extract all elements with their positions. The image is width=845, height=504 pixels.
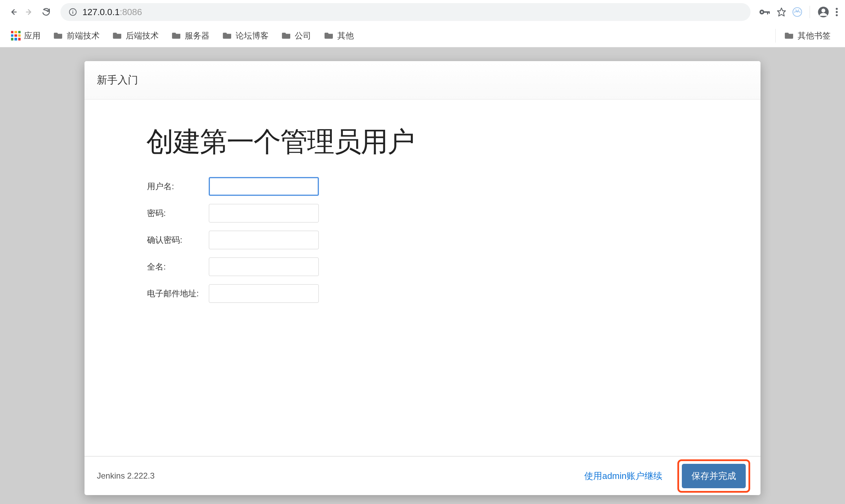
form-row-username: 用户名: (147, 177, 699, 196)
bookmark-label: 后端技术 (126, 30, 159, 41)
form-row-password: 密码: (147, 204, 699, 222)
key-icon[interactable] (759, 9, 770, 15)
bookmarks-bar: 应用 前端技术 后端技术 服务器 论坛博客 公司 其他 其他书签 (0, 24, 845, 47)
modal-footer: Jenkins 2.222.3 使用admin账户继续 保存并完成 (84, 456, 760, 495)
modal-body: 创建第一个管理员用户 用户名: 密码: 确认密码: 全名: (84, 100, 760, 456)
bookmark-label: 前端技术 (67, 30, 100, 41)
modal-header-title: 新手入门 (97, 73, 138, 87)
email-label: 电子邮件地址: (147, 288, 209, 299)
apps-shortcut[interactable]: 应用 (6, 28, 45, 43)
bookmark-folder-server[interactable]: 服务器 (167, 28, 214, 43)
other-bookmarks-label: 其他书签 (798, 30, 831, 41)
bookmark-star-icon[interactable] (777, 7, 786, 17)
fullname-input[interactable] (209, 257, 319, 276)
toolbar-right (759, 6, 838, 18)
page-title: 创建第一个管理员用户 (146, 124, 699, 161)
form-row-confirm-password: 确认密码: (147, 231, 699, 249)
bookmark-folder-company[interactable]: 公司 (277, 28, 316, 43)
folder-icon (324, 32, 334, 39)
bookmark-label: 服务器 (185, 30, 210, 41)
folder-icon (223, 32, 232, 39)
folder-icon (172, 32, 181, 39)
back-button[interactable] (7, 6, 19, 18)
modal-header: 新手入门 (84, 61, 760, 100)
bookmark-label: 其他 (337, 30, 354, 41)
svg-rect-7 (767, 11, 768, 14)
url-text: 127.0.0.1:8086 (82, 7, 142, 18)
password-input[interactable] (209, 204, 319, 222)
setup-wizard-modal: 新手入门 创建第一个管理员用户 用户名: 密码: 确认密码: 全名: (84, 61, 760, 495)
apps-grid-icon (11, 31, 21, 41)
username-label: 用户名: (147, 181, 209, 192)
apps-label: 应用 (24, 30, 41, 41)
site-info-icon[interactable] (69, 8, 77, 16)
svg-point-4 (72, 10, 73, 11)
folder-icon (54, 32, 63, 39)
address-bar[interactable]: 127.0.0.1:8086 (60, 3, 751, 21)
svg-point-9 (761, 11, 763, 13)
page-background: 新手入门 创建第一个管理员用户 用户名: 密码: 确认密码: 全名: (0, 47, 845, 504)
bookmark-label: 公司 (295, 30, 311, 41)
svg-rect-8 (769, 11, 770, 14)
svg-point-16 (836, 14, 838, 16)
admin-user-form: 用户名: 密码: 确认密码: 全名: 电子邮件地址: (147, 177, 699, 303)
svg-point-15 (836, 11, 838, 13)
username-input[interactable] (209, 177, 319, 196)
extension-icon[interactable] (792, 7, 802, 17)
highlight-annotation: 保存并完成 (677, 459, 750, 493)
browser-toolbar: 127.0.0.1:8086 (0, 0, 845, 24)
password-label: 密码: (147, 208, 209, 219)
bookmark-folder-frontend[interactable]: 前端技术 (49, 28, 104, 43)
bookmark-label: 论坛博客 (236, 30, 269, 41)
bookmark-folder-forum[interactable]: 论坛博客 (218, 28, 273, 43)
reload-button[interactable] (40, 6, 52, 18)
email-input[interactable] (209, 284, 319, 303)
form-row-email: 电子邮件地址: (147, 284, 699, 303)
other-bookmarks[interactable]: 其他书签 (785, 28, 835, 43)
separator (775, 29, 776, 43)
forward-button[interactable] (23, 6, 36, 18)
confirm-password-input[interactable] (209, 231, 319, 249)
continue-as-admin-button[interactable]: 使用admin账户继续 (576, 465, 671, 488)
folder-icon (282, 32, 291, 39)
profile-icon[interactable] (818, 6, 829, 18)
bookmark-folder-other[interactable]: 其他 (319, 28, 359, 43)
form-row-fullname: 全名: (147, 257, 699, 276)
separator (810, 6, 810, 18)
jenkins-version: Jenkins 2.222.3 (97, 471, 155, 481)
svg-point-14 (836, 8, 838, 10)
folder-icon (113, 32, 122, 39)
svg-marker-10 (777, 8, 785, 16)
menu-icon[interactable] (835, 7, 838, 17)
fullname-label: 全名: (147, 261, 209, 272)
svg-point-13 (821, 9, 825, 12)
bookmark-folder-backend[interactable]: 后端技术 (108, 28, 164, 43)
confirm-password-label: 确认密码: (147, 234, 209, 245)
save-and-finish-button[interactable]: 保存并完成 (682, 464, 746, 488)
folder-icon (785, 32, 794, 39)
